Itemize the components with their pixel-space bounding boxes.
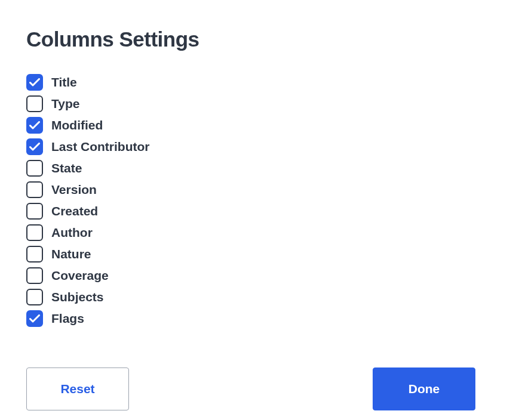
checkbox[interactable] xyxy=(26,203,43,220)
checkbox[interactable] xyxy=(26,95,43,112)
option-row: Author xyxy=(26,222,475,243)
option-label[interactable]: Subjects xyxy=(51,290,104,304)
option-label[interactable]: Created xyxy=(51,204,98,218)
option-label[interactable]: Title xyxy=(51,75,77,89)
option-label[interactable]: Type xyxy=(51,97,79,111)
option-label[interactable]: Coverage xyxy=(51,268,109,283)
check-icon xyxy=(29,314,40,323)
checkbox[interactable] xyxy=(26,267,43,284)
option-row: Version xyxy=(26,179,475,200)
option-row: Nature xyxy=(26,243,475,265)
option-label[interactable]: Author xyxy=(51,226,93,240)
columns-settings-panel: Columns Settings TitleTypeModifiedLast C… xyxy=(26,27,475,329)
option-row: Type xyxy=(26,93,475,115)
option-row: Created xyxy=(26,200,475,222)
options-list: TitleTypeModifiedLast ContributorStateVe… xyxy=(26,72,475,329)
checkbox[interactable] xyxy=(26,160,43,177)
checkbox[interactable] xyxy=(26,289,43,305)
checkbox[interactable] xyxy=(26,74,43,91)
option-label[interactable]: Flags xyxy=(51,311,84,326)
option-label[interactable]: Modified xyxy=(51,118,103,132)
checkbox[interactable] xyxy=(26,138,43,155)
option-row: Modified xyxy=(26,115,475,136)
option-row: Flags xyxy=(26,308,475,329)
checkbox[interactable] xyxy=(26,117,43,134)
reset-button[interactable]: Reset xyxy=(26,368,129,410)
done-button[interactable]: Done xyxy=(373,368,475,410)
option-row: State xyxy=(26,158,475,179)
checkbox[interactable] xyxy=(26,224,43,241)
option-row: Last Contributor xyxy=(26,136,475,158)
option-label[interactable]: Version xyxy=(51,183,97,197)
page-title: Columns Settings xyxy=(26,27,475,51)
check-icon xyxy=(29,78,40,87)
checkbox[interactable] xyxy=(26,246,43,262)
check-icon xyxy=(29,143,40,151)
check-icon xyxy=(29,121,40,129)
option-row: Coverage xyxy=(26,265,475,286)
option-label[interactable]: Nature xyxy=(51,247,91,261)
option-row: Subjects xyxy=(26,286,475,308)
option-row: Title xyxy=(26,72,475,93)
option-label[interactable]: State xyxy=(51,161,82,175)
checkbox[interactable] xyxy=(26,310,43,327)
dialog-footer: Reset Done xyxy=(26,368,475,410)
option-label[interactable]: Last Contributor xyxy=(51,140,149,154)
checkbox[interactable] xyxy=(26,181,43,198)
